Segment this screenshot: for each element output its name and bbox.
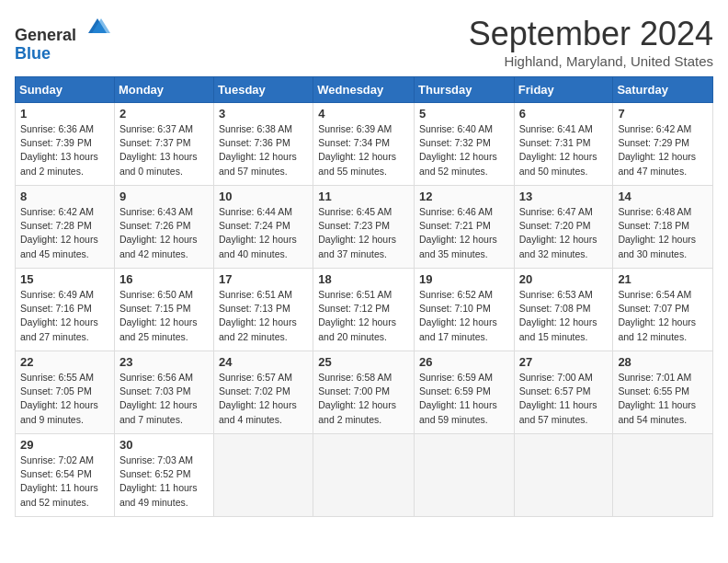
day-number: 19 xyxy=(419,272,509,286)
day-number: 2 xyxy=(119,107,209,121)
day-info: Sunrise: 6:54 AMSunset: 7:07 PMDaylight:… xyxy=(618,288,708,344)
day-number: 11 xyxy=(318,190,409,203)
calendar-cell: 10Sunrise: 6:44 AMSunset: 7:24 PMDayligh… xyxy=(214,186,313,269)
day-info: Sunrise: 6:46 AMSunset: 7:21 PMDaylight:… xyxy=(419,205,509,261)
day-info: Sunrise: 7:03 AMSunset: 6:52 PMDaylight:… xyxy=(119,454,209,510)
calendar-week-5: 29Sunrise: 7:02 AMSunset: 6:54 PMDayligh… xyxy=(16,434,713,517)
day-number: 12 xyxy=(419,190,509,203)
day-number: 1 xyxy=(20,107,109,121)
day-info: Sunrise: 7:02 AMSunset: 6:54 PMDaylight:… xyxy=(20,454,109,510)
calendar-cell: 8Sunrise: 6:42 AMSunset: 7:28 PMDaylight… xyxy=(16,186,115,269)
calendar-cell: 30Sunrise: 7:03 AMSunset: 6:52 PMDayligh… xyxy=(114,434,213,517)
day-info: Sunrise: 6:58 AMSunset: 7:00 PMDaylight:… xyxy=(318,371,409,427)
calendar-cell: 13Sunrise: 6:47 AMSunset: 7:20 PMDayligh… xyxy=(514,186,613,269)
weekday-header-sunday: Sunday xyxy=(16,77,115,103)
day-number: 3 xyxy=(219,107,308,121)
calendar-header-row: SundayMondayTuesdayWednesdayThursdayFrid… xyxy=(16,77,713,103)
calendar-cell: 18Sunrise: 6:51 AMSunset: 7:12 PMDayligh… xyxy=(313,269,415,351)
day-info: Sunrise: 6:53 AMSunset: 7:08 PMDaylight:… xyxy=(519,288,609,344)
day-number: 28 xyxy=(618,355,708,369)
calendar-cell: 14Sunrise: 6:48 AMSunset: 7:18 PMDayligh… xyxy=(613,186,713,269)
month-title: September 2024 xyxy=(469,15,713,53)
day-number: 10 xyxy=(219,190,308,203)
day-number: 4 xyxy=(318,107,409,121)
logo-blue: Blue xyxy=(15,44,51,63)
day-info: Sunrise: 6:36 AMSunset: 7:39 PMDaylight:… xyxy=(20,122,109,178)
calendar-cell: 3Sunrise: 6:38 AMSunset: 7:36 PMDaylight… xyxy=(214,103,313,186)
calendar-week-1: 1Sunrise: 6:36 AMSunset: 7:39 PMDaylight… xyxy=(16,103,713,186)
calendar-cell: 4Sunrise: 6:39 AMSunset: 7:34 PMDaylight… xyxy=(313,103,415,186)
day-number: 14 xyxy=(618,190,708,203)
logo-icon xyxy=(85,15,110,40)
day-number: 7 xyxy=(618,107,708,121)
day-info: Sunrise: 6:44 AMSunset: 7:24 PMDaylight:… xyxy=(219,205,308,261)
day-number: 27 xyxy=(519,355,609,369)
calendar-cell: 29Sunrise: 7:02 AMSunset: 6:54 PMDayligh… xyxy=(16,434,115,517)
calendar-cell: 23Sunrise: 6:56 AMSunset: 7:03 PMDayligh… xyxy=(114,351,213,434)
day-info: Sunrise: 6:37 AMSunset: 7:37 PMDaylight:… xyxy=(119,122,209,178)
day-info: Sunrise: 6:48 AMSunset: 7:18 PMDaylight:… xyxy=(618,205,708,261)
calendar-cell: 5Sunrise: 6:40 AMSunset: 7:32 PMDaylight… xyxy=(415,103,515,186)
calendar-cell: 6Sunrise: 6:41 AMSunset: 7:31 PMDaylight… xyxy=(514,103,613,186)
calendar-cell: 11Sunrise: 6:45 AMSunset: 7:23 PMDayligh… xyxy=(313,186,415,269)
day-number: 9 xyxy=(119,190,209,203)
day-info: Sunrise: 6:39 AMSunset: 7:34 PMDaylight:… xyxy=(318,122,409,178)
day-number: 22 xyxy=(20,355,109,369)
calendar-cell: 7Sunrise: 6:42 AMSunset: 7:29 PMDaylight… xyxy=(613,103,713,186)
day-info: Sunrise: 6:51 AMSunset: 7:13 PMDaylight:… xyxy=(219,288,308,344)
day-number: 8 xyxy=(20,190,109,203)
calendar-week-2: 8Sunrise: 6:42 AMSunset: 7:28 PMDaylight… xyxy=(16,186,713,269)
calendar-cell: 15Sunrise: 6:49 AMSunset: 7:16 PMDayligh… xyxy=(16,269,115,351)
day-number: 15 xyxy=(20,272,109,286)
day-info: Sunrise: 6:59 AMSunset: 6:59 PMDaylight:… xyxy=(419,371,509,427)
calendar-cell: 12Sunrise: 6:46 AMSunset: 7:21 PMDayligh… xyxy=(415,186,515,269)
day-number: 6 xyxy=(519,107,609,121)
day-number: 18 xyxy=(318,272,409,286)
calendar-cell: 26Sunrise: 6:59 AMSunset: 6:59 PMDayligh… xyxy=(415,351,515,434)
day-info: Sunrise: 6:55 AMSunset: 7:05 PMDaylight:… xyxy=(20,371,109,427)
calendar-cell: 22Sunrise: 6:55 AMSunset: 7:05 PMDayligh… xyxy=(16,351,115,434)
day-info: Sunrise: 6:41 AMSunset: 7:31 PMDaylight:… xyxy=(519,122,609,178)
calendar-cell: 20Sunrise: 6:53 AMSunset: 7:08 PMDayligh… xyxy=(514,269,613,351)
calendar-cell: 27Sunrise: 7:00 AMSunset: 6:57 PMDayligh… xyxy=(514,351,613,434)
calendar-cell: 19Sunrise: 6:52 AMSunset: 7:10 PMDayligh… xyxy=(415,269,515,351)
day-number: 16 xyxy=(119,272,209,286)
day-number: 30 xyxy=(119,438,209,452)
calendar-cell xyxy=(613,434,713,517)
weekday-header-saturday: Saturday xyxy=(613,77,713,103)
calendar-cell xyxy=(214,434,313,517)
day-info: Sunrise: 6:56 AMSunset: 7:03 PMDaylight:… xyxy=(119,371,209,427)
day-info: Sunrise: 6:52 AMSunset: 7:10 PMDaylight:… xyxy=(419,288,509,344)
day-info: Sunrise: 6:43 AMSunset: 7:26 PMDaylight:… xyxy=(119,205,209,261)
page-header: General Blue September 2024 Highland, Ma… xyxy=(15,15,713,69)
day-number: 20 xyxy=(519,272,609,286)
weekday-header-tuesday: Tuesday xyxy=(214,77,313,103)
day-number: 24 xyxy=(219,355,308,369)
day-number: 21 xyxy=(618,272,708,286)
calendar-cell xyxy=(313,434,415,517)
calendar-cell: 1Sunrise: 6:36 AMSunset: 7:39 PMDaylight… xyxy=(16,103,115,186)
day-number: 25 xyxy=(318,355,409,369)
day-info: Sunrise: 6:40 AMSunset: 7:32 PMDaylight:… xyxy=(419,122,509,178)
calendar-week-4: 22Sunrise: 6:55 AMSunset: 7:05 PMDayligh… xyxy=(16,351,713,434)
weekday-header-thursday: Thursday xyxy=(415,77,515,103)
day-info: Sunrise: 6:49 AMSunset: 7:16 PMDaylight:… xyxy=(20,288,109,344)
calendar-cell: 16Sunrise: 6:50 AMSunset: 7:15 PMDayligh… xyxy=(114,269,213,351)
calendar-cell: 9Sunrise: 6:43 AMSunset: 7:26 PMDaylight… xyxy=(114,186,213,269)
calendar-cell: 25Sunrise: 6:58 AMSunset: 7:00 PMDayligh… xyxy=(313,351,415,434)
calendar-cell xyxy=(514,434,613,517)
calendar-cell: 21Sunrise: 6:54 AMSunset: 7:07 PMDayligh… xyxy=(613,269,713,351)
day-info: Sunrise: 6:51 AMSunset: 7:12 PMDaylight:… xyxy=(318,288,409,344)
title-section: September 2024 Highland, Maryland, Unite… xyxy=(469,15,713,69)
calendar-cell xyxy=(415,434,515,517)
day-info: Sunrise: 6:47 AMSunset: 7:20 PMDaylight:… xyxy=(519,205,609,261)
day-number: 17 xyxy=(219,272,308,286)
calendar-week-3: 15Sunrise: 6:49 AMSunset: 7:16 PMDayligh… xyxy=(16,269,713,351)
day-info: Sunrise: 7:01 AMSunset: 6:55 PMDaylight:… xyxy=(618,371,708,427)
calendar-cell: 24Sunrise: 6:57 AMSunset: 7:02 PMDayligh… xyxy=(214,351,313,434)
weekday-header-wednesday: Wednesday xyxy=(313,77,415,103)
day-number: 23 xyxy=(119,355,209,369)
weekday-header-monday: Monday xyxy=(114,77,213,103)
day-info: Sunrise: 7:00 AMSunset: 6:57 PMDaylight:… xyxy=(519,371,609,427)
day-info: Sunrise: 6:38 AMSunset: 7:36 PMDaylight:… xyxy=(219,122,308,178)
